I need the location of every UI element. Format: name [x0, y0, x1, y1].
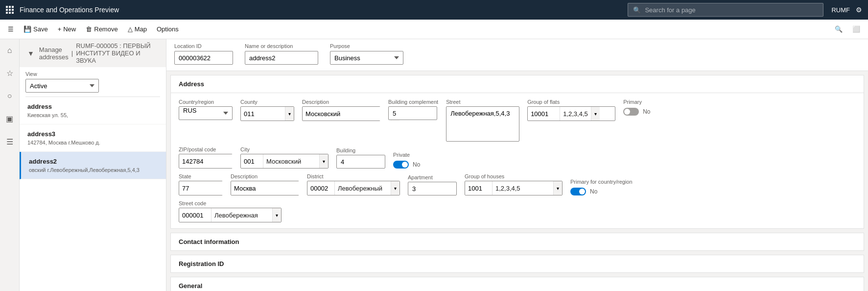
state-field: State ▾ — [179, 173, 223, 195]
address-item-1[interactable]: address Киевская ул. 55, — [20, 97, 166, 124]
apartment-label: Apartment — [408, 174, 457, 180]
address-section: Address Country/region RUS — [170, 75, 864, 229]
primary-country-no-label: No — [590, 188, 597, 195]
address-item-subtitle-1: Киевская ул. 55, — [27, 112, 158, 118]
name-description-label: Name or description — [245, 43, 318, 49]
breadcrumb-part2: RUMF-000005 : ПЕРВЫЙ ИНСТИТУТ ВИДЕО И ЗВ… — [76, 42, 160, 64]
location-id-input[interactable] — [174, 51, 233, 65]
purpose-label: Purpose — [330, 43, 403, 49]
country-region-select[interactable]: RUS — [179, 106, 233, 120]
private-title: Private — [393, 152, 420, 158]
contact-info-title: Contact information — [179, 238, 239, 245]
primary-country-toggle-field: No — [570, 188, 633, 195]
grid-menu-button[interactable] — [6, 6, 14, 14]
name-description-group: Name or description — [245, 43, 318, 65]
street-code-dropdown-btn[interactable]: ▾ — [272, 208, 281, 222]
primary-no-label: No — [643, 108, 650, 115]
private-toggle-field: No — [393, 161, 420, 169]
description2-input[interactable] — [231, 181, 319, 195]
city-code-input[interactable] — [241, 154, 263, 168]
primary-section: Primary No — [623, 99, 650, 116]
save-button[interactable]: 💾 Save — [20, 24, 52, 35]
street-textarea[interactable]: Левобережная,5,4,3 — [446, 106, 519, 142]
primary-title: Primary — [623, 99, 650, 105]
sidebar-modules-icon[interactable]: ☰ — [3, 134, 16, 149]
city-value: Московский — [263, 154, 319, 168]
city-dropdown-btn[interactable]: ▾ — [319, 154, 328, 168]
address-section-body: Country/region RUS County ▾ — [171, 93, 864, 228]
registration-id-title: Registration ID — [179, 260, 224, 267]
fullscreen-button[interactable]: ⬜ — [848, 24, 864, 35]
description-input[interactable] — [303, 107, 391, 121]
district-code-input[interactable] — [307, 181, 334, 195]
district-dropdown-btn[interactable]: ▾ — [391, 181, 399, 195]
building-input[interactable] — [336, 155, 385, 169]
form-panel: Location ID Name or description Purpose … — [166, 39, 868, 291]
breadcrumb-part1: Manage addresses — [39, 46, 69, 61]
sidebar-favorites-icon[interactable]: ☆ — [3, 66, 16, 81]
sidebar-home-icon[interactable]: ⌂ — [4, 43, 15, 58]
apartment-input[interactable] — [408, 182, 457, 195]
location-id-group: Location ID — [174, 43, 233, 65]
sidebar-workspaces-icon[interactable]: ▣ — [3, 111, 16, 126]
county-dropdown-btn[interactable]: ▾ — [285, 107, 294, 121]
zip-field: ZIP/postal code ▾ — [179, 146, 233, 169]
filter-icon-button[interactable]: ▼ — [25, 48, 36, 59]
group-of-houses-dropdown-btn[interactable]: ▾ — [553, 181, 562, 195]
private-no-label: No — [413, 161, 420, 168]
district-value: Левобережный — [334, 181, 391, 195]
street-code-label: Street code — [179, 200, 282, 206]
purpose-group: Purpose Business Home Invoice Delivery — [330, 43, 403, 65]
address-item-subtitle-2: овский г.Левобережный,Левобережная,5,4,3 — [29, 167, 158, 173]
menu-toggle-button[interactable]: ☰ — [4, 24, 18, 35]
primary-toggle-field: No — [623, 108, 650, 116]
content-area: ▼ Manage addresses | RUMF-000005 : ПЕРВЫ… — [20, 39, 868, 291]
zip-label: ZIP/postal code — [179, 146, 233, 152]
country-region-field: Country/region RUS — [179, 99, 233, 120]
left-sidebar: ⌂ ☆ ○ ▣ ☰ — [0, 39, 20, 291]
view-select[interactable]: Active All Inactive — [25, 79, 99, 93]
building-complement-input[interactable] — [388, 106, 437, 120]
map-icon: △ — [128, 25, 133, 33]
settings-icon[interactable]: ⚙ — [856, 6, 862, 14]
map-button[interactable]: △ Map — [124, 24, 151, 35]
contact-info-header[interactable]: Contact information — [171, 233, 864, 250]
view-label: View — [25, 71, 160, 77]
address-item-3[interactable]: address3 142784, Москва г.Мешково д. — [20, 124, 166, 152]
group-of-flats-value: 1,2,3,4,5 — [560, 107, 591, 121]
sidebar-recent-icon[interactable]: ○ — [4, 89, 15, 103]
street-code-input[interactable] — [179, 208, 211, 222]
primary-country-title: Primary for country/region — [570, 179, 633, 185]
group-of-houses-code-input[interactable] — [465, 181, 492, 195]
form-top-fields: Location ID Name or description Purpose … — [166, 39, 868, 71]
contact-info-section: Contact information — [170, 233, 864, 251]
street-code-field: Street code Левобережная ▾ — [179, 200, 282, 222]
group-of-flats-field: Group of flats 1,2,3,4,5 ▾ — [527, 99, 615, 121]
new-button[interactable]: + New — [54, 24, 80, 35]
options-button[interactable]: Options — [153, 24, 183, 35]
district-field: District Левобережный ▾ — [307, 173, 400, 195]
registration-id-section: Registration ID — [170, 255, 864, 273]
name-description-input[interactable] — [245, 51, 318, 65]
primary-country-toggle[interactable] — [570, 188, 586, 195]
main-layout: ⌂ ☆ ○ ▣ ☰ ▼ Manage addresses | RUMF-0000… — [0, 39, 868, 291]
group-of-flats-dropdown-btn[interactable]: ▾ — [591, 107, 600, 121]
global-search[interactable]: 🔍 Search for a page — [628, 3, 823, 17]
address-item-2[interactable]: address2 овский г.Левобережный,Левобереж… — [20, 152, 166, 179]
address-section-header[interactable]: Address — [171, 75, 864, 93]
building-complement-label: Building complement — [388, 99, 438, 105]
new-icon: + — [58, 25, 62, 33]
registration-id-header[interactable]: Registration ID — [171, 255, 864, 272]
city-field: City Московский ▾ — [240, 146, 328, 169]
search-command-button[interactable]: 🔍 — [831, 24, 846, 35]
purpose-select[interactable]: Business Home Invoice Delivery — [330, 51, 403, 65]
remove-button[interactable]: 🗑 Remove — [82, 24, 121, 35]
private-toggle[interactable] — [393, 161, 409, 169]
description2-field: Description ▾ — [231, 173, 299, 195]
general-section: General — [170, 277, 864, 291]
group-of-flats-code-input[interactable] — [528, 107, 560, 121]
county-input[interactable] — [241, 107, 285, 121]
primary-toggle[interactable] — [623, 108, 639, 116]
search-icon: 🔍 — [633, 6, 641, 14]
general-header[interactable]: General — [171, 277, 864, 291]
